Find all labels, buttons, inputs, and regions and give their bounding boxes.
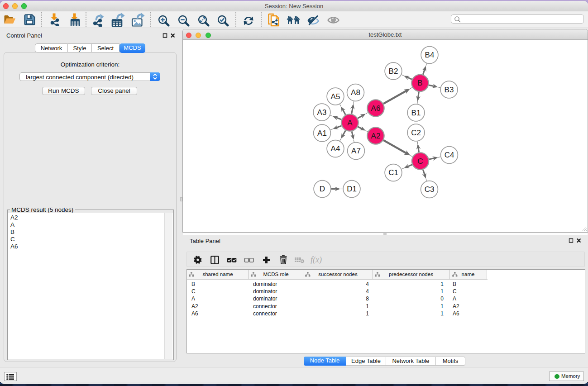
svg-text:C: C	[417, 157, 423, 166]
svg-text:A: A	[347, 119, 353, 127]
svg-text:D1: D1	[347, 185, 357, 193]
svg-text:C3: C3	[425, 185, 435, 194]
svg-text:A5: A5	[331, 92, 340, 101]
svg-text:A6: A6	[371, 104, 381, 113]
svg-text:A1: A1	[317, 129, 327, 138]
svg-text:B: B	[417, 79, 422, 87]
svg-text:B4: B4	[425, 51, 435, 59]
svg-text:C2: C2	[411, 129, 421, 137]
svg-text:C4: C4	[445, 151, 454, 159]
svg-text:C1: C1	[388, 168, 398, 177]
svg-text:B2: B2	[389, 67, 398, 76]
svg-text:A3: A3	[317, 108, 327, 117]
svg-text:B3: B3	[445, 86, 454, 94]
svg-text:A8: A8	[351, 88, 360, 97]
svg-text:A7: A7	[351, 147, 361, 155]
svg-text:B1: B1	[411, 109, 421, 117]
svg-text:A4: A4	[331, 144, 340, 153]
svg-text:D: D	[320, 185, 325, 193]
svg-text:A2: A2	[371, 132, 381, 140]
